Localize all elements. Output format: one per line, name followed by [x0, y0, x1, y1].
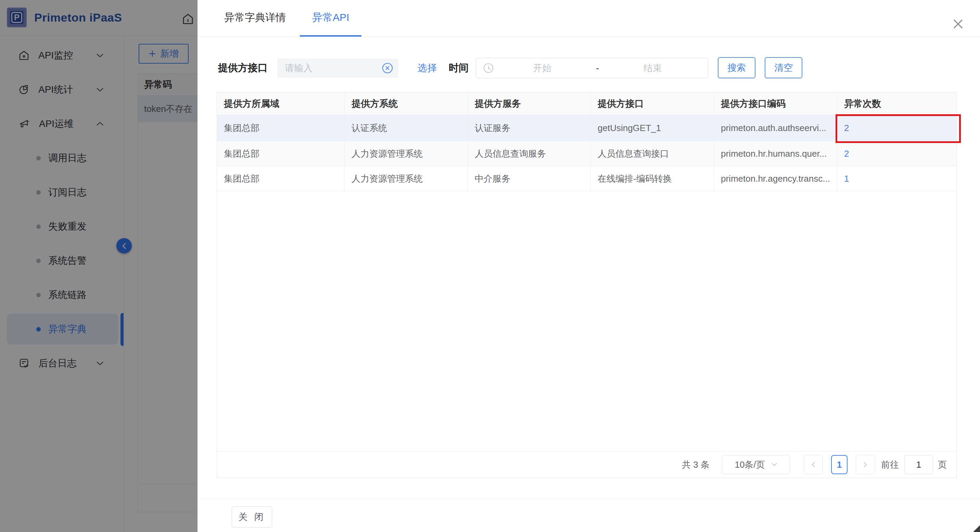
- exception-count-link[interactable]: 2: [844, 148, 849, 159]
- cell-service: 人员信息查询服务: [468, 141, 591, 166]
- page-size-value: 10条/页: [735, 459, 765, 471]
- pagination-bar: 共 3 条 10条/页 1 前往 1 页: [217, 451, 956, 478]
- pagination-total: 共 3 条: [682, 459, 710, 471]
- close-button[interactable]: 关 闭: [232, 507, 272, 527]
- goto-label: 前往: [881, 459, 899, 471]
- column-header: 提供方接口: [591, 93, 714, 114]
- chevron-left-icon: [811, 462, 815, 468]
- page-size-select[interactable]: 10条/页: [722, 455, 790, 474]
- drawer-tabs: 异常字典详情 异常API: [197, 0, 980, 37]
- exception-api-table: 提供方所属域 提供方系统 提供方服务 提供方接口 提供方接口编码 异常次数 集团…: [217, 92, 957, 478]
- cell-api-code: primeton.hr.humans.quer...: [714, 141, 837, 166]
- cell-service: 认证服务: [468, 115, 591, 141]
- chevron-down-icon: [771, 462, 777, 467]
- cell-exception-count: 2: [837, 141, 956, 166]
- goto-page-input[interactable]: 1: [904, 455, 933, 474]
- table-row[interactable]: 集团总部 人力资源管理系统 人员信息查询服务 人员信息查询接口 primeton…: [217, 141, 956, 166]
- time-label: 时间: [449, 57, 469, 79]
- next-page-button[interactable]: [856, 455, 875, 474]
- select-link[interactable]: 选择: [418, 57, 437, 79]
- filter-bar: 提供方接口 请输入 选择 时间 开始 - 结束 搜索 清空: [197, 57, 980, 79]
- chevron-right-icon: [863, 462, 867, 468]
- clock-icon: [483, 63, 494, 73]
- cell-system: 认证系统: [345, 115, 468, 141]
- cell-service: 中介服务: [468, 166, 591, 191]
- cell-api-code: primeton.auth.authseervi...: [714, 115, 837, 141]
- cell-domain: 集团总部: [217, 115, 345, 141]
- start-time-placeholder[interactable]: 开始: [494, 62, 591, 74]
- resize-handle[interactable]: [973, 525, 980, 532]
- page-unit-label: 页: [938, 459, 947, 471]
- provider-api-input[interactable]: 请输入: [277, 59, 398, 78]
- cell-api: 人员信息查询接口: [591, 141, 714, 166]
- cell-exception-count: 2: [837, 115, 956, 141]
- tab-exception-dict-detail[interactable]: 异常字典详情: [212, 0, 298, 37]
- table-row[interactable]: 集团总部 认证系统 认证服务 getUsingGET_1 primeton.au…: [217, 115, 956, 141]
- close-icon[interactable]: [952, 18, 964, 30]
- exception-count-link[interactable]: 2: [844, 123, 849, 133]
- cell-domain: 集团总部: [217, 141, 345, 166]
- prev-page-button[interactable]: [804, 455, 823, 474]
- provider-api-placeholder: 请输入: [285, 62, 382, 74]
- search-button[interactable]: 搜索: [718, 57, 756, 78]
- table-row[interactable]: 集团总部 人力资源管理系统 中介服务 在线编排-编码转换 primeton.hr…: [217, 166, 956, 191]
- column-header: 提供方服务: [468, 93, 591, 114]
- screen: P Primeton iPaaS API监控 API统计 API运维 调用日志 …: [0, 0, 980, 532]
- column-header: 提供方系统: [345, 93, 468, 114]
- cell-system: 人力资源管理系统: [345, 166, 468, 191]
- table-header-row: 提供方所属域 提供方系统 提供方服务 提供方接口 提供方接口编码 异常次数: [217, 93, 956, 115]
- column-header: 提供方所属域: [217, 93, 345, 114]
- cell-domain: 集团总部: [217, 166, 345, 191]
- tab-exception-api[interactable]: 异常API: [300, 0, 361, 37]
- cell-api: 在线编排-编码转换: [591, 166, 714, 191]
- cell-api: getUsingGET_1: [591, 115, 714, 141]
- cell-exception-count: 1: [837, 166, 956, 191]
- provider-api-label: 提供方接口: [218, 57, 268, 79]
- column-header: 异常次数: [837, 93, 956, 114]
- exception-count-link[interactable]: 1: [844, 173, 849, 184]
- clear-circle-icon[interactable]: [382, 62, 393, 74]
- column-header: 提供方接口编码: [714, 93, 837, 114]
- exception-drawer: 异常字典详情 异常API 提供方接口 请输入 选择 时间 开始 - 结束 搜索 …: [197, 0, 980, 532]
- clear-button[interactable]: 清空: [765, 57, 802, 78]
- time-range-picker[interactable]: 开始 - 结束: [476, 58, 708, 78]
- range-separator: -: [591, 63, 605, 73]
- cell-system: 人力资源管理系统: [345, 141, 468, 166]
- cell-api-code: primeton.hr.agency.transc...: [714, 166, 837, 191]
- current-page-button[interactable]: 1: [831, 455, 848, 474]
- drawer-footer: 关 闭: [197, 499, 980, 532]
- end-time-placeholder[interactable]: 结束: [605, 62, 702, 74]
